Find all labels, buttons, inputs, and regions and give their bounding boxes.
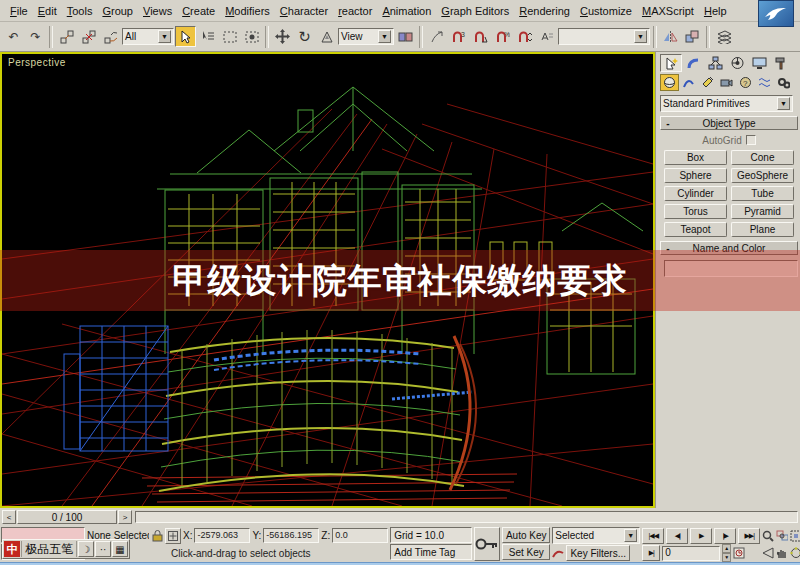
sub-spacewarps[interactable]	[755, 74, 774, 91]
arc-rotate-icon[interactable]	[790, 545, 800, 561]
time-slider-handle[interactable]: 0 / 100	[17, 510, 117, 524]
tab-hierarchy[interactable]	[704, 54, 726, 72]
viewport-label[interactable]: Perspective	[8, 57, 66, 68]
default-tangent-icon[interactable]	[552, 545, 564, 561]
select-by-name-icon[interactable]	[197, 26, 218, 47]
tab-create[interactable]	[660, 54, 682, 72]
box-button[interactable]: Box	[664, 150, 727, 165]
menu-maxscript[interactable]: MAXScript	[637, 3, 699, 19]
key-filters-button[interactable]: Key Filters...	[566, 545, 630, 561]
sub-cameras[interactable]	[717, 74, 736, 91]
auto-key-button[interactable]: Auto Key	[502, 527, 550, 543]
select-and-rotate-icon[interactable]: ↻	[294, 26, 315, 47]
ime-name[interactable]: 极品五笔	[21, 541, 77, 557]
previous-frame-button[interactable]: ◀|	[666, 528, 688, 544]
goto-end-button[interactable]: ▶▶|	[738, 528, 760, 544]
sub-lights[interactable]	[698, 74, 717, 91]
menu-graph-editors[interactable]: Graph Editors	[436, 3, 514, 19]
tube-button[interactable]: Tube	[731, 186, 794, 201]
x-coordinate-field[interactable]: -2579.063	[194, 528, 250, 543]
key-mode-combo[interactable]: Selected ▼	[552, 527, 640, 544]
cylinder-button[interactable]: Cylinder	[664, 186, 727, 201]
sub-systems[interactable]	[774, 74, 793, 91]
menu-views[interactable]: Views	[138, 3, 177, 19]
snap-toggle-3d-icon[interactable]: 3	[448, 26, 469, 47]
slider-left-arrow[interactable]: <	[2, 510, 16, 524]
select-and-move-icon[interactable]	[272, 26, 293, 47]
ime-language-icon[interactable]: 中	[4, 541, 20, 557]
unlink-selection-icon[interactable]	[78, 26, 99, 47]
ime-punctuation-icon[interactable]: ··	[95, 541, 111, 557]
name-color-rollout-header[interactable]: - Name and Color	[660, 241, 798, 255]
goto-start-button[interactable]: |◀◀	[642, 528, 664, 544]
autogrid-checkbox[interactable]	[746, 135, 756, 145]
time-slider-track[interactable]	[135, 511, 798, 523]
menu-create[interactable]: Create	[177, 3, 220, 19]
pan-hand-icon[interactable]	[776, 545, 788, 561]
y-coordinate-field[interactable]: -56186.195	[263, 528, 319, 543]
angle-snap-icon[interactable]	[470, 26, 491, 47]
edit-named-selections-icon[interactable]	[536, 26, 557, 47]
mirror-icon[interactable]	[660, 26, 681, 47]
bind-to-spacewarp-icon[interactable]	[100, 26, 121, 47]
ime-fullwidth-moon-icon[interactable]: ☽	[78, 541, 94, 557]
pyramid-button[interactable]: Pyramid	[731, 204, 794, 219]
zoom-all-icon[interactable]	[776, 528, 788, 544]
select-and-link-icon[interactable]	[56, 26, 77, 47]
set-key-button[interactable]: Set Key	[502, 544, 550, 560]
absolute-offset-toggle-icon[interactable]	[165, 528, 181, 544]
menu-group[interactable]: Group	[97, 3, 138, 19]
object-type-rollout-header[interactable]: - Object Type	[660, 116, 798, 130]
named-selection-sets-combo[interactable]: ▼	[558, 28, 650, 45]
spinner-snap-icon[interactable]	[514, 26, 535, 47]
menu-edit[interactable]: Edit	[33, 3, 62, 19]
plane-button[interactable]: Plane	[731, 222, 794, 237]
sub-shapes[interactable]	[679, 74, 698, 91]
tab-display[interactable]	[748, 54, 770, 72]
selection-lock-icon[interactable]	[151, 528, 163, 544]
z-coordinate-field[interactable]: 0.0	[332, 528, 388, 543]
current-frame-field[interactable]: 0	[662, 546, 720, 561]
window-crossing-toggle-icon[interactable]	[241, 26, 262, 47]
slider-right-arrow[interactable]: >	[118, 510, 132, 524]
menu-reactor[interactable]: reactor	[333, 3, 377, 19]
zoom-extents-icon[interactable]	[790, 528, 800, 544]
menu-character[interactable]: Character	[275, 3, 333, 19]
select-object-button[interactable]	[175, 26, 196, 47]
layer-manager-icon[interactable]	[713, 26, 734, 47]
cone-button[interactable]: Cone	[731, 150, 794, 165]
geosphere-button[interactable]: GeoSphere	[731, 168, 794, 183]
tab-modify[interactable]	[682, 54, 704, 72]
menu-modifiers[interactable]: Modifiers	[220, 3, 275, 19]
play-button[interactable]: ▶	[690, 528, 712, 544]
teapot-button[interactable]: Teapot	[664, 222, 727, 237]
menu-rendering[interactable]: Rendering	[514, 3, 575, 19]
zoom-icon[interactable]	[762, 528, 774, 544]
menu-file[interactable]: File	[5, 3, 33, 19]
align-icon[interactable]	[682, 26, 703, 47]
sphere-button[interactable]: Sphere	[664, 168, 727, 183]
set-keys-button[interactable]	[474, 527, 500, 561]
select-and-scale-icon[interactable]	[316, 26, 337, 47]
menu-customize[interactable]: Customize	[575, 3, 637, 19]
key-mode-toggle-button[interactable]: ▶|	[642, 545, 660, 561]
percent-snap-icon[interactable]: %	[492, 26, 513, 47]
rectangular-selection-region-icon[interactable]	[219, 26, 240, 47]
add-time-tag[interactable]: Add Time Tag	[390, 544, 472, 560]
menu-tools[interactable]: Tools	[62, 3, 98, 19]
next-frame-button[interactable]: |▶	[714, 528, 736, 544]
field-of-view-icon[interactable]	[762, 545, 774, 561]
primitives-category-combo[interactable]: Standard Primitives ▼	[660, 95, 793, 112]
sub-geometry[interactable]	[660, 74, 679, 91]
redo-icon[interactable]: ↷	[25, 26, 46, 47]
perspective-viewport[interactable]: Perspective	[0, 52, 655, 508]
ime-toolbar[interactable]: 中 极品五笔 ☽ ·· ▦	[2, 539, 130, 559]
torus-button[interactable]: Torus	[664, 204, 727, 219]
menu-help[interactable]: Help	[699, 3, 732, 19]
object-name-input[interactable]	[664, 260, 798, 277]
sub-helpers[interactable]: ?	[736, 74, 755, 91]
ime-softkeyboard-icon[interactable]: ▦	[112, 541, 128, 557]
frame-spinner[interactable]: ▲▼	[722, 544, 731, 562]
selection-filter-combo[interactable]: All ▼	[122, 28, 174, 45]
select-and-manipulate-icon[interactable]	[426, 26, 447, 47]
